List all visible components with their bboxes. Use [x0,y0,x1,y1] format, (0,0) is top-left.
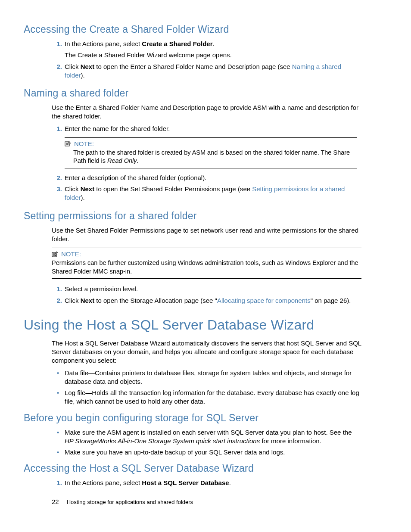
text: Click [65,63,81,70]
list-number: 1. [52,124,62,133]
text: to open the Enter a Shared Folder Name a… [94,63,292,70]
ordered-list: 2. Enter a description of the shared fol… [52,174,361,202]
text: Make sure the ASM agent is installed on … [65,429,352,436]
text: The Create a Shared Folder Wizard welcom… [65,51,361,59]
section-body: 1. In the Actions pane, select Create a … [52,40,361,80]
ui-field-label: Read Only [107,157,137,164]
text: Enter the name for the shared folder. [65,124,361,133]
list-item: Log file—Holds all the transaction log i… [52,389,361,406]
ordered-list: 1. In the Actions pane, select Host a SQ… [52,479,361,487]
list-item: 2. Enter a description of the shared fol… [52,174,361,182]
list-number: 1. [52,285,62,293]
list-item: Make sure the ASM agent is installed on … [52,428,361,446]
text: Enter a description of the shared folder… [65,174,361,182]
note-icon [65,140,72,146]
list-number: 2. [52,174,62,182]
page: Accessing the Create a Shared Folder Wiz… [0,0,411,532]
text: . [229,479,231,486]
text: to open the Storage Allocation page (see… [94,297,217,304]
heading-before-configuring-sql: Before you begin configuring storage for… [24,412,361,424]
section-body: Use the Set Shared Folder Permissions pa… [52,226,361,305]
ordered-list: 1. Enter the name for the shared folder. [52,124,361,133]
list-item: 2. Click Next to open the Storage Alloca… [52,296,361,305]
list-number: 3. [52,185,62,193]
list-item: 3. Click Next to open the Set Shared Fol… [52,185,361,202]
list-item: 1. Select a permission level. [52,285,361,293]
bullet-list: Data file—Contains pointers to database … [52,369,361,406]
divider [52,248,361,248]
note-label: NOTE: [61,250,81,258]
bullet-list: Make sure the ASM agent is installed on … [52,428,361,457]
ordered-list: 1. In the Actions pane, select Create a … [52,40,361,80]
ordered-list: 1. Select a permission level. 2. Click N… [52,285,361,305]
section-body: The Host a SQL Server Database Wizard au… [52,339,361,406]
ui-action-label: Host a SQL Server Database [142,479,229,486]
cross-reference-link[interactable]: Allocating space for components [217,297,311,304]
text: ). [81,72,85,79]
note-body: Permissions can be further customized us… [52,259,361,276]
doc-title: HP StorageWorks All-in-One Storage Syste… [65,437,260,445]
page-number: 22 [52,498,59,505]
text: In the Actions pane, select [65,40,142,47]
text: Click [65,297,81,304]
note-icon [52,251,59,257]
text: In the Actions pane, select [65,479,142,486]
text: Click [65,185,81,193]
heading-naming-shared-folder: Naming a shared folder [24,87,361,99]
note-block: NOTE: Permissions can be further customi… [52,248,361,279]
section-body: Use the Enter a Shared Folder Name and D… [52,103,361,202]
list-number: 1. [52,479,62,487]
divider [65,137,357,138]
list-number: 2. [52,62,62,71]
divider [52,278,361,279]
list-number: 2. [52,296,62,305]
list-number: 1. [52,40,62,48]
heading-accessing-create-shared-folder: Accessing the Create a Shared Folder Wiz… [24,24,361,35]
ui-action-label: Create a Shared Folder [142,40,212,47]
list-item: Make sure you have an up-to-date backup … [52,448,361,457]
section-body: Make sure the ASM agent is installed on … [52,428,361,457]
text: . [213,40,215,47]
paragraph: Use the Set Shared Folder Permissions pa… [52,226,361,244]
text: Select a permission level. [65,285,361,293]
text: " on page 26). [311,297,351,304]
list-item: Data file—Contains pointers to database … [52,369,361,386]
list-item: 1. In the Actions pane, select Create a … [52,40,361,60]
text: for more information. [260,437,321,445]
heading-accessing-host-sql-wizard: Accessing the Host a SQL Server Database… [24,463,361,474]
note-block: NOTE: The path to the shared folder is c… [65,137,357,168]
text: ). [81,194,85,201]
list-item: 1. In the Actions pane, select Host a SQ… [52,479,361,487]
paragraph: The Host a SQL Server Database Wizard au… [52,339,361,365]
note-label: NOTE: [74,140,94,147]
ui-button-label: Next [81,63,95,70]
paragraph: Use the Enter a Shared Folder Name and D… [52,103,361,121]
text: . [137,157,139,164]
note-body: The path to the shared folder is created… [73,149,357,165]
ui-button-label: Next [81,297,95,304]
list-item: 2. Click Next to open the Enter a Shared… [52,62,361,80]
text: to open the Set Shared Folder Permission… [94,185,252,193]
chapter-title: Hosting storage for applications and sha… [67,499,193,505]
page-footer: 22Hosting storage for applications and s… [52,498,193,505]
list-item: 1. Enter the name for the shared folder. [52,124,361,133]
heading-setting-permissions: Setting permissions for a shared folder [24,210,361,222]
heading-host-sql-wizard: Using the Host a SQL Server Database Wiz… [24,317,361,333]
divider [65,168,357,168]
section-body: 1. In the Actions pane, select Host a SQ… [52,479,361,487]
ui-button-label: Next [81,185,95,193]
